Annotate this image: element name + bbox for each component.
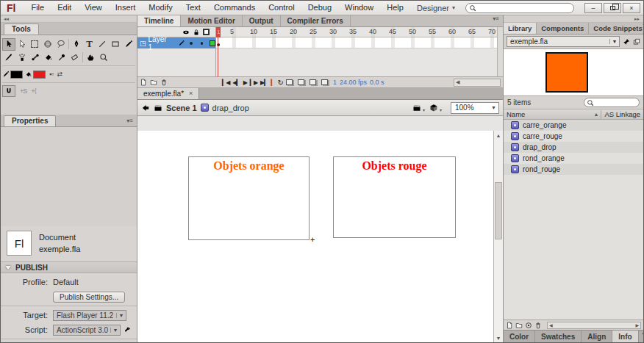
workspace-switcher[interactable]: Designer ▾ — [417, 4, 465, 12]
line-tool[interactable] — [96, 38, 110, 51]
frames-area[interactable]: 5 10 15 20 25 30 35 40 45 50 55 60 65 70… — [216, 27, 497, 76]
menu-control[interactable]: Control — [262, 1, 301, 15]
free-transform-tool[interactable] — [29, 38, 42, 51]
sort-ascending-icon[interactable]: ▲ — [593, 112, 601, 117]
text-tool[interactable]: T — [83, 38, 96, 51]
snap-to-objects-toggle[interactable] — [2, 85, 15, 97]
go-to-last-frame-button[interactable]: ▶▎ — [260, 79, 268, 86]
publish-section-header[interactable]: PUBLISH — [1, 261, 137, 273]
panel-menu-icon[interactable]: ▾≡ — [489, 15, 503, 26]
tab-align[interactable]: Align — [582, 331, 612, 342]
scroll-left-arrow-icon[interactable]: ◀ — [456, 79, 459, 85]
scroll-left-arrow-icon[interactable]: ◀ — [549, 322, 553, 328]
selection-tool[interactable] — [2, 38, 15, 51]
menu-text[interactable]: Text — [179, 1, 207, 15]
paint-bucket-tool[interactable] — [42, 51, 55, 64]
tab-timeline[interactable]: Timeline — [137, 15, 181, 26]
eye-icon[interactable] — [182, 29, 190, 36]
library-h-scrollbar[interactable]: ◀▶ — [547, 322, 641, 329]
new-layer-icon[interactable] — [140, 79, 147, 86]
menu-window[interactable]: Window — [338, 1, 380, 15]
smooth-option-button[interactable]: +S — [20, 87, 26, 95]
black-white-colors-button[interactable]: ▪▫ — [49, 71, 54, 78]
tab-color[interactable]: Color — [504, 331, 535, 342]
item-properties-icon[interactable] — [525, 322, 532, 329]
menu-view[interactable]: View — [78, 1, 109, 15]
zoom-tool[interactable] — [97, 51, 110, 64]
onion-skin-icon[interactable] — [286, 79, 293, 85]
rotation-3d-tool[interactable] — [41, 38, 54, 51]
deco-tool[interactable] — [15, 51, 29, 64]
scroll-down-arrow-icon[interactable]: ▼ — [494, 333, 503, 343]
brush-tool[interactable] — [2, 51, 15, 64]
expand-dock-button[interactable]: ▸▸ — [504, 15, 643, 23]
library-item-rond-rouge[interactable]: rond_rouge — [504, 164, 643, 175]
subselection-tool[interactable] — [15, 38, 29, 51]
library-item-carre-rouge[interactable]: carre_rouge — [504, 131, 643, 142]
target-select[interactable]: Flash Player 11.2▼ — [53, 310, 126, 321]
document-tab[interactable]: exemple.fla* × — [137, 88, 199, 99]
layer-frames-row[interactable] — [216, 37, 497, 48]
eyedropper-tool[interactable] — [55, 51, 68, 64]
app-search-input[interactable] — [465, 3, 574, 13]
tab-output[interactable]: Output — [243, 15, 281, 26]
center-frame-button[interactable]: ▎ — [271, 79, 274, 86]
tab-code-snippets[interactable]: Code Snippets — [589, 23, 644, 34]
onion-skin-outlines-icon[interactable] — [298, 79, 304, 85]
tab-library[interactable]: Library — [504, 23, 537, 34]
publish-settings-button[interactable]: Publish Settings... — [53, 292, 125, 303]
back-arrow-icon[interactable] — [141, 104, 150, 112]
panel-menu-icon[interactable]: ▾≡ — [639, 331, 644, 342]
pin-library-icon[interactable] — [623, 38, 630, 46]
library-document-select[interactable]: exemple.fla ▼ — [507, 36, 620, 47]
library-search-input[interactable] — [584, 98, 640, 107]
new-folder-icon[interactable] — [515, 322, 523, 329]
column-linkage-header[interactable]: AS Linkage — [604, 110, 640, 118]
menu-edit[interactable]: Edit — [51, 1, 78, 15]
layer-name[interactable]: Layer 1 — [149, 35, 171, 51]
tab-info[interactable]: Info — [612, 331, 638, 342]
menu-debug[interactable]: Debug — [301, 1, 338, 15]
library-item-drap-drop[interactable]: drap_drop — [504, 142, 643, 153]
straighten-option-button[interactable]: +⟨ — [31, 87, 36, 95]
playhead-line[interactable] — [218, 27, 218, 77]
orange-objects-box[interactable]: Objets orange — [188, 156, 310, 240]
breadcrumb-scene[interactable]: Scene 1 — [166, 104, 197, 112]
layer-visibility-dot[interactable] — [190, 42, 193, 45]
hand-tool[interactable] — [84, 51, 97, 64]
delete-item-trash-icon[interactable] — [534, 322, 542, 329]
tab-properties[interactable]: Properties — [4, 115, 56, 126]
playhead-marker[interactable]: 1 — [216, 27, 221, 37]
panel-menu-icon[interactable]: ▾≡ — [123, 118, 137, 126]
library-item-rond-orange[interactable]: rond_orange — [504, 153, 643, 164]
v-scroll-thumb[interactable] — [495, 182, 502, 239]
stage-v-scrollbar[interactable]: ▲ ▼ — [493, 131, 503, 343]
restore-button[interactable] — [604, 3, 621, 13]
timeline-h-scrollbar[interactable]: ◀ — [454, 79, 501, 87]
edit-multiple-frames-icon[interactable] — [310, 79, 316, 85]
collapse-dock-button[interactable]: ◂◂ — [1, 15, 137, 23]
lasso-tool[interactable] — [54, 38, 68, 51]
tab-motion-editor[interactable]: Motion Editor — [181, 15, 242, 26]
swap-colors-button[interactable]: ⇄ — [57, 71, 62, 78]
outline-color-icon[interactable] — [203, 29, 210, 35]
fill-color-swatch[interactable] — [33, 71, 46, 79]
loop-button[interactable]: ↻ — [278, 79, 283, 87]
go-to-first-frame-button[interactable]: ▎◀ — [222, 79, 229, 86]
menu-commands[interactable]: Commands — [207, 1, 262, 15]
zoom-level-select[interactable]: 100% ▼ — [451, 102, 499, 114]
edit-scene-icon[interactable] — [412, 104, 421, 112]
close-document-icon[interactable]: × — [189, 90, 193, 97]
menu-help[interactable]: Help — [380, 1, 410, 15]
step-back-button[interactable]: ◀▎ — [232, 79, 240, 86]
current-frame-indicator[interactable]: 1 — [333, 79, 337, 86]
timeline-scrollbar[interactable] — [497, 27, 503, 76]
tab-components[interactable]: Components — [537, 23, 589, 34]
tab-swatches[interactable]: Swatches — [535, 331, 582, 342]
menu-modify[interactable]: Modify — [142, 1, 179, 15]
eraser-tool[interactable] — [68, 51, 82, 64]
library-item-carre-orange[interactable]: carre_orange — [504, 120, 643, 131]
modify-markers-icon[interactable] — [321, 79, 328, 85]
delete-layer-trash-icon[interactable] — [160, 79, 168, 86]
scroll-up-arrow-icon[interactable]: ▲ — [494, 131, 503, 140]
